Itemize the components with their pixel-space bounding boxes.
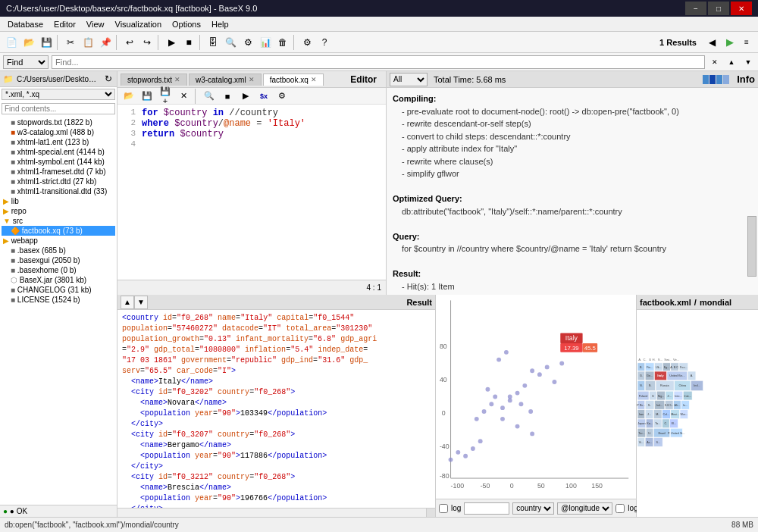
tb-paste[interactable]: 📌 (97, 34, 114, 51)
file-filter-dropdown[interactable]: *.xml, *.xq (2, 89, 115, 100)
result-scrollbar[interactable] (117, 508, 435, 517)
tree-item-basexjar[interactable]: ⬡ BaseX.jar (3801 kb) (2, 275, 115, 285)
svg-text:50: 50 (537, 482, 545, 490)
find-clear[interactable]: ✕ (708, 55, 722, 69)
tb-redo[interactable]: ↪ (139, 34, 155, 51)
results-count: 1 Results (659, 38, 703, 47)
tb-copy[interactable]: 📋 (80, 34, 96, 51)
result-nav-up[interactable]: ▲ (121, 296, 134, 309)
tree-item-strict[interactable]: ■ xhtml1-strict.dtd (27 kb) (2, 177, 115, 186)
tb-db2[interactable]: 🔍 (222, 34, 239, 51)
tb-new[interactable]: 📄 (3, 34, 20, 51)
svg-text:Ind...: Ind... (656, 404, 662, 407)
viz-y-axis-select[interactable]: country (512, 502, 554, 515)
file-search-input[interactable] (2, 103, 115, 114)
treemap-content[interactable]: A. C. G H. S... Swi... Ve... B. Fin... U… (637, 310, 758, 517)
close-button[interactable]: ✕ (731, 2, 752, 15)
optimized-text: db:attribute("factbook", "Italy")/self::… (393, 205, 752, 218)
ed-settings2[interactable]: ⚙ (274, 88, 290, 105)
tb-db3[interactable]: ⚙ (240, 34, 256, 51)
ed-stop[interactable]: ▶ (237, 88, 254, 105)
tree-item-basexhome[interactable]: ■ .basexhome (0 b) (2, 265, 115, 275)
tree-item-transitional[interactable]: ■ xhtml1-transitional.dtd (33) (2, 186, 115, 196)
left-panel-refresh[interactable]: ↻ (103, 73, 114, 85)
svg-text:A.: A. (638, 358, 641, 361)
tree-item-xhtmlsymbol[interactable]: ■ xhtml-symbol.ent (144 kb) (2, 157, 115, 167)
tb-open[interactable]: 📂 (20, 34, 37, 51)
tree-item-w3catalog[interactable]: ■ w3-catalog.xml (488 b) (2, 127, 115, 137)
ed-saveas[interactable]: 💾+ (157, 88, 174, 105)
info-filter-select[interactable]: All (390, 73, 428, 86)
tb-db4[interactable]: 📊 (257, 34, 274, 51)
tree-item-xhtmllat[interactable]: ■ xhtml-lat1.ent (123 b) (2, 137, 115, 147)
tb-undo[interactable]: ↩ (121, 34, 138, 51)
ed-close[interactable]: ✕ (175, 88, 192, 105)
find-prev[interactable]: ▲ (725, 55, 738, 69)
tree-item-stopwords[interactable]: ■ stopwords.txt (1822 b) (2, 117, 115, 127)
ed-xq[interactable]: $x (255, 88, 272, 105)
menu-help[interactable]: Help (207, 18, 233, 30)
tb-settings[interactable]: ⚙ (299, 34, 315, 51)
tab-w3catalog[interactable]: w3-catalog.xml ✕ (189, 74, 262, 86)
find-input[interactable] (52, 55, 705, 69)
result-scrollbar-track[interactable] (426, 509, 435, 517)
scatter-plot: -100 -50 0 50 100 150 -80 -40 0 40 80 (436, 295, 636, 499)
editor-content[interactable]: 1 for $country in //country 2 where $cou… (117, 105, 386, 280)
tree-item-xhtmlspecial[interactable]: ■ xhtml-special.ent (4144 b) (2, 147, 115, 157)
result-nav-down[interactable]: ▼ (134, 296, 148, 309)
menu-view[interactable]: View (82, 18, 109, 30)
tree-item-webapp[interactable]: ▶ webapp (2, 236, 115, 246)
viz-x-axis-input[interactable] (464, 502, 509, 515)
ed-run[interactable]: ■ (219, 88, 236, 105)
menu-options[interactable]: Options (168, 18, 205, 30)
menu-editor[interactable]: Editor (49, 18, 80, 30)
tab-stopwords[interactable]: stopwords.txt ✕ (121, 74, 187, 86)
tb-help2[interactable]: ? (316, 34, 333, 51)
viz-log-z[interactable] (615, 504, 625, 513)
tb-stop[interactable]: ■ (180, 34, 197, 51)
minimize-button[interactable]: − (685, 2, 706, 15)
status-path: db:open("factbook", "factbook.xml")/mond… (5, 521, 179, 529)
tree-item-lib[interactable]: ▶ lib (2, 196, 115, 206)
tree-item-changelog[interactable]: ■ CHANGELOG (31 kb) (2, 285, 115, 295)
ed-search[interactable]: 🔍 (201, 88, 218, 105)
tab-stopwords-close[interactable]: ✕ (174, 76, 180, 83)
right-area: stopwords.txt ✕ w3-catalog.xml ✕ factboo… (117, 71, 758, 517)
tb-db5[interactable]: 🗑 (274, 34, 291, 51)
tree-item-basex[interactable]: ■ .basex (685 b) (2, 246, 115, 255)
tb-sep-3 (158, 35, 161, 50)
find-dropdown[interactable]: Find (3, 55, 49, 69)
result-scroll-area[interactable]: <country id="f0_268" name="Italy" capita… (117, 310, 435, 508)
svg-point-23 (493, 395, 497, 399)
tb-save[interactable]: 💾 (38, 34, 55, 51)
info-scrollbar[interactable] (747, 216, 756, 277)
tree-item-license[interactable]: ■ LICENSE (1524 b) (2, 295, 115, 305)
tb-cut[interactable]: ✂ (62, 34, 79, 51)
menu-visualization[interactable]: Visualization (111, 18, 167, 30)
viz-log-x[interactable] (439, 504, 448, 513)
tab-w3catalog-label: w3-catalog.xml (196, 76, 246, 84)
viz-z-axis-select[interactable]: @longitude (557, 502, 612, 515)
tb-nav-prev[interactable]: ◀ (703, 34, 720, 51)
tb-nav-next[interactable]: ▶ (721, 34, 738, 51)
ed-save[interactable]: 💾 (139, 88, 155, 105)
tb-db1[interactable]: 🗄 (205, 34, 221, 51)
compiling-item-1: - rewrite descendant-or-self step(s) (393, 117, 752, 130)
tree-item-src[interactable]: ▼ src (2, 216, 115, 226)
tab-factbook[interactable]: factbook.xq ✕ (263, 74, 324, 86)
tab-w3catalog-close[interactable]: ✕ (249, 76, 255, 83)
tb-run[interactable]: ▶ (163, 34, 180, 51)
ed-open[interactable]: 📂 (121, 88, 137, 105)
tb-filter[interactable]: ≡ (738, 34, 755, 51)
tree-item-basexgui[interactable]: ■ .basexgui (2050 b) (2, 255, 115, 265)
tab-factbook-close[interactable]: ✕ (311, 76, 317, 83)
tree-item-frameset[interactable]: ■ xhtml1-frameset.dtd (7 kb) (2, 167, 115, 177)
menu-database[interactable]: Database (3, 18, 48, 30)
find-next[interactable]: ▼ (741, 55, 755, 69)
main-toolbar: 📄 📂 💾 ✂ 📋 📌 ↩ ↪ ▶ ■ 🗄 🔍 ⚙ 📊 🗑 ⚙ ? 1 Resu… (0, 32, 758, 53)
tree-item-repo[interactable]: ▶ repo (2, 206, 115, 216)
svg-text:Japan: Japan (637, 422, 645, 425)
maximize-button[interactable]: □ (708, 2, 729, 15)
info-content: Compiling: - pre-evaluate root to docume… (387, 88, 758, 295)
tree-item-factbook-xq[interactable]: 🔶 factbook.xq (73 b) (2, 226, 115, 236)
